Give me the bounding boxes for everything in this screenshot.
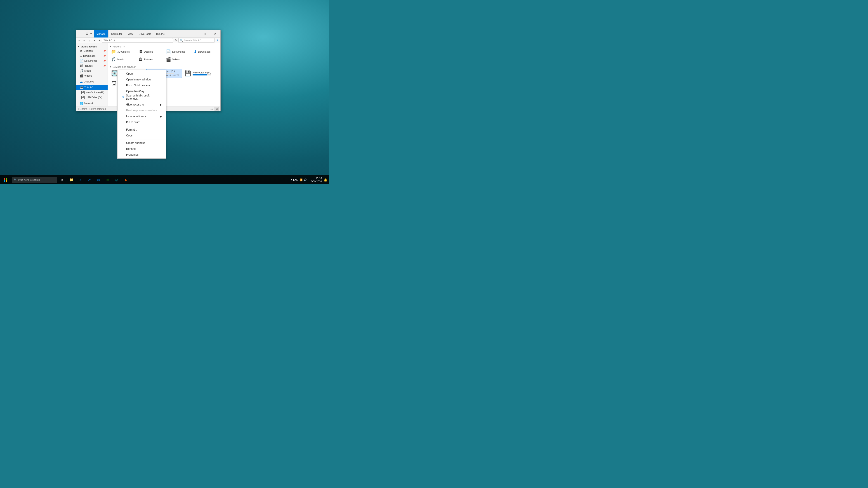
sidebar-music-label: Music: [84, 69, 91, 72]
task-view-button[interactable]: ⧐: [58, 175, 67, 184]
folder-item-documents[interactable]: 📄 Documents: [164, 48, 191, 55]
ctx-restore-versions: Restore previous versions: [118, 107, 166, 113]
ctx-defender-icon: 🛡: [121, 95, 125, 99]
sidebar-item-onedrive[interactable]: ☁ OneDrive: [76, 79, 107, 84]
sys-tray: ∧ ENG 📶 🔊: [289, 178, 309, 182]
sidebar-item-new-volume-f[interactable]: 💾 New Volume (F:): [76, 90, 107, 95]
ctx-autoplay[interactable]: Open AutoPlay...: [118, 88, 166, 94]
folder-item-3d-objects[interactable]: 📁 3D Objects: [110, 48, 136, 55]
store-taskbar-icon[interactable]: 🛍: [85, 175, 94, 184]
notification-button[interactable]: 🔔: [324, 178, 327, 182]
window-controls: − □ ✕: [189, 30, 220, 37]
folder-item-desktop[interactable]: 🖥 Desktop: [137, 48, 164, 55]
taskbar-search-box[interactable]: 🔍 Type here to search: [12, 177, 57, 183]
sidebar-videos-label: Videos: [84, 74, 92, 77]
tab-manage[interactable]: Manage: [94, 30, 108, 37]
sidebar-network-label: Network: [84, 102, 93, 105]
nav-forward-button[interactable]: →: [82, 38, 87, 43]
drive-c-icon: 💽: [111, 70, 118, 76]
tb-forward-icon[interactable]: →: [81, 32, 85, 36]
tab-drive-tools[interactable]: Drive Tools: [136, 30, 154, 37]
minimize-button[interactable]: −: [189, 30, 199, 37]
tb-back-icon[interactable]: ←: [77, 32, 81, 36]
help-button[interactable]: ?: [215, 38, 219, 43]
tiles-view-button[interactable]: ▤: [215, 107, 219, 111]
ctx-copy[interactable]: Copy: [118, 133, 166, 138]
pictures-icon: 🖼: [138, 57, 143, 62]
folder-item-pictures[interactable]: 🖼 Pictures: [137, 56, 164, 63]
ctx-properties[interactable]: Properties: [118, 152, 166, 158]
sidebar-item-music[interactable]: 🎵 Music: [76, 68, 107, 73]
ctx-include-library[interactable]: Include in library ▶: [118, 113, 166, 119]
folder-item-downloads[interactable]: ⬇ Downloads: [192, 48, 219, 55]
downloads-icon: ⬇: [193, 49, 197, 54]
tb-properties-icon[interactable]: ☰: [85, 32, 89, 36]
ctx-open-new-window[interactable]: Open in new window: [118, 76, 166, 83]
quick-access-header[interactable]: ▼ Quick access: [76, 45, 107, 48]
ctx-format[interactable]: Format...: [118, 127, 166, 133]
app-taskbar-icon[interactable]: ◆: [121, 175, 130, 184]
tab-computer[interactable]: Computer: [108, 30, 125, 37]
volume-icon[interactable]: 🔊: [304, 178, 307, 182]
folders-section-header[interactable]: ▼ Folders (7): [110, 44, 219, 48]
start-button[interactable]: [0, 175, 11, 184]
sidebar-item-network[interactable]: 🌐 Network: [76, 101, 107, 106]
ctx-separator-1: [118, 101, 166, 101]
edge-taskbar-icon[interactable]: e: [76, 175, 85, 184]
ctx-rename[interactable]: Rename: [118, 146, 166, 152]
drives-section-header[interactable]: ▼ Devices and drives (4): [110, 65, 219, 69]
ctx-open[interactable]: Open: [118, 71, 166, 76]
sidebar-item-usb-drive-g[interactable]: 💾 USB Drive (G:): [76, 95, 107, 100]
drive-f-icon: 💾: [184, 70, 191, 76]
sidebar-item-this-pc[interactable]: 💻 This PC: [76, 85, 107, 90]
tab-view[interactable]: View: [125, 30, 136, 37]
nav-pinned-button[interactable]: ★: [97, 38, 101, 43]
refresh-button[interactable]: ↻: [174, 38, 178, 43]
ctx-properties-label: Properties: [126, 153, 138, 156]
lang-indicator[interactable]: ENG: [293, 178, 299, 181]
tb-more-icon[interactable]: ▼: [89, 32, 93, 36]
folder-item-music[interactable]: 🎵 Music: [110, 56, 136, 63]
sidebar: ▼ Quick access 🖥 Desktop 📌 ⬇ Downloads 📌…: [76, 43, 108, 106]
videos-folder-icon: 🎬: [80, 74, 84, 77]
ctx-scan-defender[interactable]: 🛡 Scan with Microsoft Defender...: [118, 94, 166, 100]
sidebar-desktop-label: Desktop: [84, 50, 93, 52]
wifi-icon[interactable]: 📶: [300, 178, 303, 182]
svg-rect-3: [6, 180, 7, 182]
details-view-button[interactable]: ☷: [210, 107, 214, 111]
ctx-give-access[interactable]: Give access to ▶: [118, 102, 166, 107]
folder-item-videos[interactable]: 🎬 Videos: [164, 56, 191, 63]
folders-chevron-icon: ▼: [110, 45, 112, 48]
sidebar-this-pc: 💻 This PC 💾 New Volume (F:) 💾 USB Drive …: [76, 85, 107, 100]
folder-music-label: Music: [117, 58, 124, 61]
address-path[interactable]: This PC ❯: [102, 38, 173, 43]
ctx-autoplay-icon: [121, 90, 125, 93]
search-placeholder: Search This PC: [184, 39, 202, 42]
ctx-create-shortcut[interactable]: Create shortcut: [118, 140, 166, 146]
mail-taskbar-icon[interactable]: ✉: [94, 175, 103, 184]
sidebar-network: 🌐 Network: [76, 100, 107, 106]
close-button[interactable]: ✕: [210, 30, 220, 37]
sidebar-item-pictures[interactable]: 🖼 Pictures 📌: [76, 63, 107, 68]
nav-up-button[interactable]: ↑: [87, 38, 92, 43]
browser2-taskbar-icon[interactable]: ◎: [112, 175, 121, 184]
file-explorer-taskbar-icon[interactable]: 📁: [67, 175, 76, 184]
ctx-copy-icon: [121, 134, 125, 137]
taskbar-clock[interactable]: 13:18 18/09/2020: [309, 177, 322, 183]
sidebar-item-videos[interactable]: 🎬 Videos: [76, 73, 107, 78]
sidebar-item-documents[interactable]: 📄 Documents 📌: [76, 58, 107, 63]
music-folder-icon: 🎵: [80, 69, 84, 72]
nav-back-button[interactable]: ←: [77, 38, 82, 43]
drive-item-f[interactable]: 💾 New Volume (F:): [183, 69, 219, 78]
sidebar-item-desktop[interactable]: 🖥 Desktop 📌: [76, 48, 107, 53]
ctx-pin-start[interactable]: Pin to Start: [118, 119, 166, 125]
maximize-button[interactable]: □: [199, 30, 210, 37]
xbox-taskbar-icon[interactable]: ⊛: [103, 175, 112, 184]
ctx-pin-quick-access[interactable]: Pin to Quick access: [118, 83, 166, 88]
windows-logo-icon: [4, 178, 7, 182]
nav-recent-button[interactable]: ▼: [92, 38, 96, 43]
ctx-open-new-label: Open in new window: [126, 78, 151, 81]
search-box[interactable]: 🔍 Search This PC: [178, 38, 215, 43]
sys-tray-arrow[interactable]: ∧: [290, 178, 292, 182]
sidebar-item-downloads[interactable]: ⬇ Downloads 📌: [76, 53, 107, 58]
